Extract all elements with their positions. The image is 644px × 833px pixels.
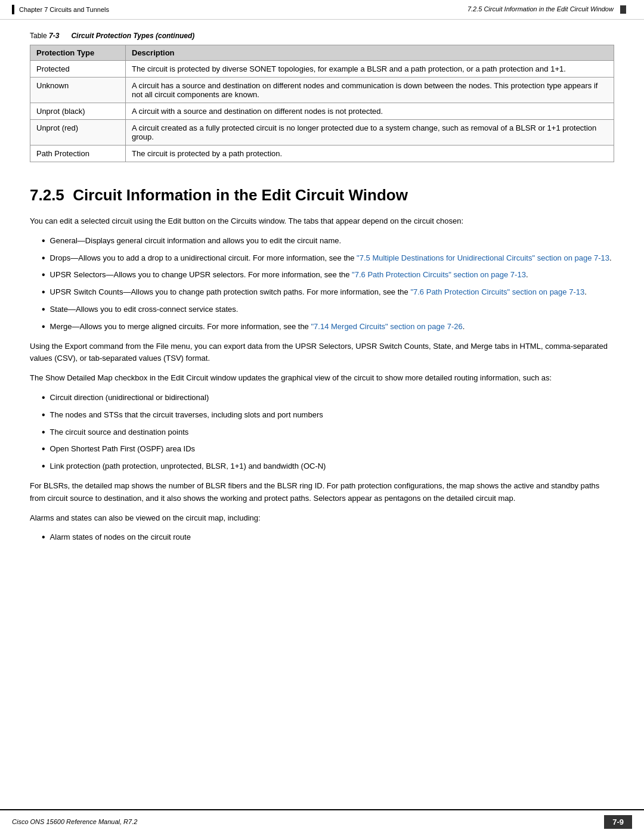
list-item-upsr-switch: UPSR Switch Counts—Allows you to change … [42, 286, 614, 299]
list-item-drops: Drops—Allows you to add a drop to a unid… [42, 252, 614, 265]
list-item-direction: Circuit direction (unidirectional or bid… [42, 392, 614, 404]
col-header-description: Description [126, 45, 614, 61]
protection-types-table: Protection Type Description ProtectedThe… [30, 45, 614, 162]
page-footer: Cisco ONS 15600 Reference Manual, R7.2 7… [0, 809, 644, 833]
table-row: ProtectedThe circuit is protected by div… [30, 61, 614, 78]
cell-type: Unknown [30, 78, 126, 103]
table-row: Unprot (red)A circuit created as a fully… [30, 120, 614, 145]
table-row: Path ProtectionThe circuit is protected … [30, 145, 614, 162]
alarm-list: Alarm states of nodes on the circuit rou… [42, 531, 614, 544]
table-row: Unprot (black)A circuit with a source an… [30, 103, 614, 120]
export-paragraph: Using the Export command from the File m… [30, 340, 614, 366]
top-header: Chapter 7 Circuits and Tunnels 7.2.5 Cir… [0, 0, 644, 20]
cell-description: The circuit is protected by diverse SONE… [126, 61, 614, 78]
bar-icon [12, 5, 14, 14]
list-item-link-protection: Link protection (path protection, unprot… [42, 460, 614, 473]
list-item-state: State—Allows you to edit cross-connect s… [42, 304, 614, 316]
alarms-paragraph: Alarms and states can also be viewed on … [30, 512, 614, 525]
list-item-source-dest: The circuit source and destination point… [42, 426, 614, 439]
table-caption: Table 7-3 Circuit Protection Types (cont… [30, 32, 614, 40]
table-title: Circuit Protection Types (continued) [71, 32, 194, 40]
list-item-merge: Merge—Allows you to merge aligned circui… [42, 321, 614, 333]
cell-description: A circuit has a source and destination o… [126, 78, 614, 103]
show-map-paragraph: The Show Detailed Map checkbox in the Ed… [30, 372, 614, 385]
upsr-switch-link[interactable]: "7.6 Path Protection Circuits" section o… [410, 287, 584, 296]
header-right: 7.2.5 Circuit Information in the Edit Ci… [467, 5, 626, 14]
cell-description: A circuit created as a fully protected c… [126, 120, 614, 145]
cell-type: Unprot (red) [30, 120, 126, 145]
header-left: Chapter 7 Circuits and Tunnels [12, 5, 109, 14]
list-item-general: General—Displays general circuit informa… [42, 235, 614, 247]
table-row: UnknownA circuit has a source and destin… [30, 78, 614, 103]
upsr-selectors-link[interactable]: "7.6 Path Protection Circuits" section o… [352, 270, 526, 279]
page-wrapper: Chapter 7 Circuits and Tunnels 7.2.5 Cir… [0, 0, 644, 833]
intro-paragraph: You can edit a selected circuit using th… [30, 215, 614, 228]
blsr-paragraph: For BLSRs, the detailed map shows the nu… [30, 480, 614, 505]
table-number: 7-3 [49, 32, 59, 40]
page-number: 7-9 [604, 815, 632, 829]
section-heading: 7.2.5 Circuit Information in the Edit Ci… [30, 186, 614, 205]
drops-link[interactable]: "7.5 Multiple Destinations for Unidirect… [357, 253, 609, 262]
cell-type: Protected [30, 61, 126, 78]
list-item-upsr-selectors: UPSR Selectors—Allows you to change UPSR… [42, 269, 614, 281]
cell-description: The circuit is protected by a path prote… [126, 145, 614, 162]
main-content: Table 7-3 Circuit Protection Types (cont… [0, 20, 644, 587]
header-chapter: Chapter 7 Circuits and Tunnels [19, 6, 109, 13]
cell-description: A circuit with a source and destination … [126, 103, 614, 120]
cell-type: Unprot (black) [30, 103, 126, 120]
col-header-type: Protection Type [30, 45, 126, 61]
list-item-alarm-states: Alarm states of nodes on the circuit rou… [42, 531, 614, 544]
merge-link[interactable]: "7.14 Merged Circuits" section on page 7… [311, 322, 462, 331]
header-right-bar [620, 5, 626, 14]
cell-type: Path Protection [30, 145, 126, 162]
footer-left: Cisco ONS 15600 Reference Manual, R7.2 [12, 818, 137, 825]
header-section: 7.2.5 Circuit Information in the Edit Ci… [467, 5, 614, 13]
list-item-ospf: Open Shortest Path First (OSPF) area IDs [42, 443, 614, 456]
list-item-nodes: The nodes and STSs that the circuit trav… [42, 409, 614, 422]
features-list: General—Displays general circuit informa… [42, 235, 614, 333]
map-features-list: Circuit direction (unidirectional or bid… [42, 392, 614, 473]
